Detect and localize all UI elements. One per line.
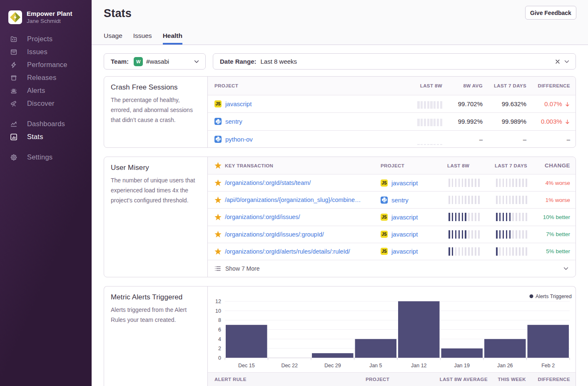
svg-text:Dec 29: Dec 29 [324, 363, 341, 369]
svg-text:Jan 26: Jan 26 [497, 363, 513, 369]
svg-text:Jan 12: Jan 12 [411, 363, 427, 369]
svg-text:Jan 5: Jan 5 [369, 363, 382, 369]
svg-text:2: 2 [218, 346, 221, 351]
svg-text:Feb 2: Feb 2 [541, 363, 555, 369]
svg-text:6: 6 [218, 327, 221, 333]
svg-text:Dec 15: Dec 15 [238, 363, 255, 369]
svg-text:0: 0 [218, 355, 221, 361]
svg-text:Alerts Triggered: Alerts Triggered [536, 294, 572, 299]
svg-text:8: 8 [218, 317, 221, 323]
svg-text:Dec 22: Dec 22 [281, 363, 298, 369]
svg-text:4: 4 [218, 336, 221, 342]
svg-text:12: 12 [215, 299, 221, 304]
svg-text:Jan 19: Jan 19 [454, 363, 470, 369]
svg-text:10: 10 [215, 308, 221, 314]
